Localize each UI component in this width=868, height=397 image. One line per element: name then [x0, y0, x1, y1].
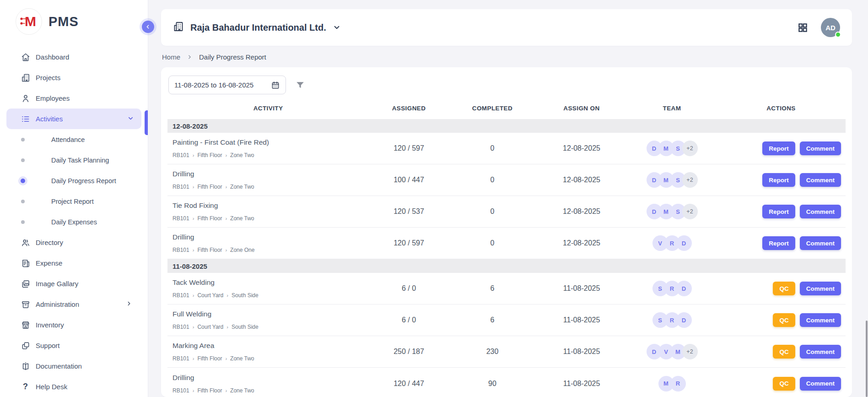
comment-button[interactable]: Comment: [800, 377, 841, 391]
sidebar-subitem-project-report[interactable]: Project Report: [0, 191, 148, 212]
path-chevron-icon: ›: [225, 152, 227, 158]
qc-button[interactable]: QC: [773, 313, 795, 327]
column-header-team: TEAM: [627, 105, 717, 112]
date-range-value: 11-08-2025 to 16-08-2025: [174, 81, 267, 89]
sidebar-item-inventory[interactable]: Inventory: [0, 315, 148, 335]
assign-on-value: 11-08-2025: [536, 348, 627, 356]
path-segment: South Side: [232, 292, 259, 299]
funnel-icon: [295, 80, 305, 90]
sidebar-subitem-daily-progress-report[interactable]: Daily Progress Report: [0, 170, 148, 191]
sidebar-subitem-label: Project Report: [51, 198, 94, 205]
team-member-avatar[interactable]: D: [676, 312, 692, 328]
path-chevron-icon: ›: [226, 293, 228, 298]
path-segment: Zone One: [230, 247, 254, 253]
team-extra-count-avatar[interactable]: +2: [682, 344, 698, 359]
path-chevron-icon: ›: [193, 184, 194, 190]
team-member-avatar[interactable]: D: [676, 281, 692, 296]
sidebar-item-help-desk[interactable]: ? Help Desk: [0, 376, 148, 397]
breadcrumb-home-link[interactable]: Home: [162, 53, 180, 61]
sidebar-item-label: Projects: [36, 74, 60, 82]
image-gallery-icon: [21, 279, 30, 288]
column-header-assigned: ASSIGNED: [369, 105, 449, 112]
sidebar-collapse-button[interactable]: [142, 21, 154, 33]
comment-button[interactable]: Comment: [800, 236, 841, 250]
completed-value: 0: [449, 144, 536, 152]
table-row: Tie Rod Fixing RB101›Fifth Floor›Zone Tw…: [167, 196, 846, 228]
team-extra-count-avatar[interactable]: +2: [682, 141, 698, 156]
company-selector[interactable]: Raja Bahadur International Ltd.: [173, 21, 341, 34]
sidebar-item-label: Employees: [36, 94, 70, 102]
team-extra-count-avatar[interactable]: +2: [682, 172, 698, 188]
sidebar-item-dashboard[interactable]: Dashboard: [0, 47, 148, 67]
team-member-avatar[interactable]: R: [670, 376, 686, 392]
path-segment: Zone Two: [230, 215, 254, 222]
path-segment: RB101: [173, 184, 189, 190]
path-chevron-icon: ›: [225, 388, 227, 393]
qc-button[interactable]: QC: [773, 377, 795, 391]
report-button[interactable]: Report: [762, 236, 795, 250]
comment-button[interactable]: Comment: [800, 282, 841, 295]
copy-squares-icon: [21, 341, 30, 350]
sidebar-item-label: Expense: [36, 259, 62, 267]
completed-value: 0: [449, 207, 536, 216]
report-button[interactable]: Report: [762, 173, 795, 187]
comment-button[interactable]: Comment: [800, 141, 841, 155]
breadcrumb-current-page: Daily Progress Report: [199, 53, 266, 61]
sidebar: M PMS Dashboard Projects Employees: [0, 0, 148, 397]
activity-path: RB101›Court Yard›South Side: [173, 292, 366, 299]
user-avatar[interactable]: AD: [821, 18, 840, 37]
comment-button[interactable]: Comment: [800, 345, 841, 359]
building-icon: [21, 73, 30, 82]
office-building-icon: [173, 21, 184, 34]
sidebar-item-projects[interactable]: Projects: [0, 67, 148, 88]
group-date: 12-08-2025: [173, 122, 208, 130]
path-chevron-icon: ›: [193, 152, 194, 158]
avatar-initials: AD: [825, 24, 836, 32]
comment-button[interactable]: Comment: [800, 313, 841, 327]
report-button[interactable]: Report: [762, 141, 795, 155]
sidebar-item-label: Dashboard: [36, 53, 69, 61]
sidebar-item-activities[interactable]: Activities: [6, 109, 141, 129]
sidebar-item-image-gallary[interactable]: Image Gallary: [0, 273, 148, 294]
path-segment: RB101: [173, 324, 189, 330]
breadcrumb: Home Daily Progress Report: [162, 53, 852, 61]
sidebar-item-employees[interactable]: Employees: [0, 88, 148, 109]
scrollbar-thumb[interactable]: [866, 321, 868, 397]
sidebar-item-support[interactable]: Support: [0, 335, 148, 356]
team-extra-count-avatar[interactable]: +2: [682, 204, 698, 219]
comment-button[interactable]: Comment: [800, 173, 841, 187]
column-header-activity: ACTIVITY: [167, 105, 369, 112]
list-icon: [21, 114, 30, 124]
bullet-dot-icon: [21, 138, 25, 141]
date-group-band: 11-08-2025: [167, 259, 846, 273]
sidebar-item-documentation[interactable]: Documentation: [0, 356, 148, 376]
date-range-input[interactable]: 11-08-2025 to 16-08-2025: [168, 76, 286, 94]
qc-button[interactable]: QC: [773, 282, 795, 295]
apps-grid-button[interactable]: [798, 22, 808, 33]
sidebar-item-administration[interactable]: Administration: [0, 294, 148, 315]
active-bullet-dot-icon: [21, 179, 25, 183]
report-button[interactable]: Report: [762, 205, 795, 218]
book-open-icon: [21, 361, 30, 371]
sidebar-subitem-attendance[interactable]: Attendance: [0, 129, 148, 150]
app-logo: M PMS: [0, 8, 148, 35]
group-date: 11-08-2025: [173, 262, 207, 270]
sidebar-subitem-daily-expenses[interactable]: Daily Expenses: [0, 212, 148, 232]
sidebar-item-expense[interactable]: Expense: [0, 253, 148, 273]
path-chevron-icon: ›: [193, 388, 194, 393]
sidebar-subitem-daily-task-planning[interactable]: Daily Task Planning: [0, 150, 148, 170]
comment-button[interactable]: Comment: [800, 205, 841, 218]
app-name: PMS: [49, 14, 79, 29]
sidebar-subitem-label: Daily Task Planning: [51, 157, 109, 164]
path-segment: Zone Two: [230, 387, 254, 394]
table-row: Drilling RB101›Fifth Floor›Zone Two 100 …: [167, 164, 846, 196]
team-member-avatar[interactable]: D: [676, 235, 692, 251]
path-segment: South Side: [232, 324, 259, 330]
qc-button[interactable]: QC: [773, 345, 795, 359]
path-segment: Fifth Floor: [197, 152, 222, 158]
home-icon: [21, 52, 30, 62]
path-chevron-icon: ›: [193, 247, 194, 253]
table-body: 12-08-2025 Painting - First Coat (Fire R…: [167, 119, 846, 397]
filter-funnel-button[interactable]: [295, 80, 305, 90]
sidebar-item-directory[interactable]: Directory: [0, 232, 148, 253]
